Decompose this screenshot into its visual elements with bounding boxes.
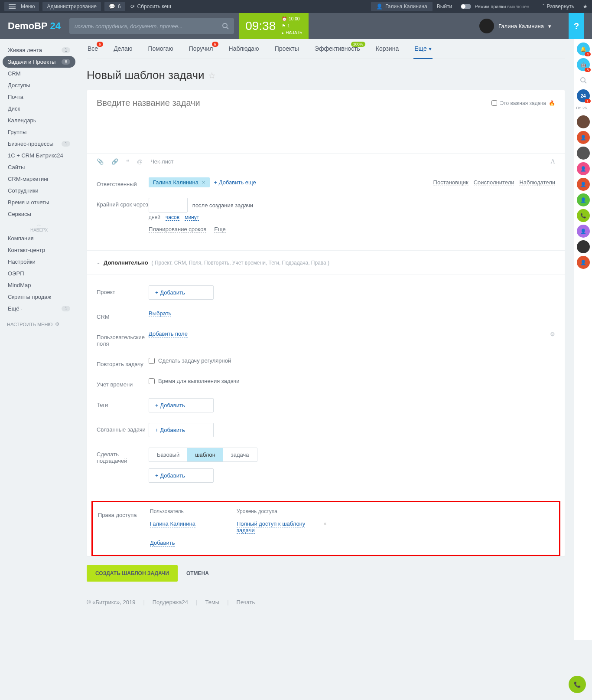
tab[interactable]: Поручил6 bbox=[188, 45, 214, 59]
quote-icon[interactable]: ❝ bbox=[126, 158, 129, 165]
contact-icon[interactable]: 👤 bbox=[577, 256, 590, 269]
plan-link[interactable]: Планирование сроков bbox=[149, 226, 206, 233]
notif-icon[interactable]: 🔔4 bbox=[577, 43, 590, 56]
tab[interactable]: Еще ▾ bbox=[413, 45, 432, 59]
project-add[interactable]: + Добавить bbox=[149, 285, 214, 300]
android-icon[interactable]: 🤖8 bbox=[577, 58, 590, 71]
support-link[interactable]: Поддержка24 bbox=[153, 599, 188, 605]
role-link[interactable]: Постановщик bbox=[433, 179, 468, 186]
sidebar-item[interactable]: Диск bbox=[3, 103, 75, 114]
sidebar-item[interactable]: Ещё ·1 bbox=[3, 303, 75, 314]
segment-option[interactable]: шаблон bbox=[187, 448, 223, 461]
scroll-up[interactable]: ︿НАВЕРХ bbox=[3, 222, 75, 232]
tab[interactable]: Все6 bbox=[87, 45, 99, 59]
segment-option[interactable]: задача bbox=[223, 448, 257, 461]
linked-add[interactable]: + Добавить bbox=[149, 423, 214, 437]
sidebar-item[interactable]: CRM bbox=[3, 68, 75, 79]
timetrack-checkbox[interactable]: Время для выполнения задачи bbox=[149, 378, 555, 384]
unit-option[interactable]: минут bbox=[185, 214, 199, 221]
sidebar-item[interactable]: Календарь bbox=[3, 114, 75, 126]
search-icon[interactable] bbox=[577, 74, 590, 87]
sidebar-item[interactable]: Контакт-центр bbox=[3, 244, 75, 256]
tab[interactable]: Помогаю bbox=[147, 45, 174, 59]
subtask-segment[interactable]: Базовыйшаблонзадача bbox=[149, 448, 257, 462]
b24-icon[interactable]: 241 bbox=[577, 89, 590, 102]
unit-option[interactable]: дней bbox=[149, 214, 160, 221]
sidebar-item[interactable]: Задачи и Проекты6 bbox=[3, 56, 75, 68]
sidebar-item[interactable]: Сайты bbox=[3, 161, 75, 173]
attach-icon[interactable]: 📎 bbox=[97, 158, 104, 165]
reset-cache[interactable]: ⟳Сбросить кеш bbox=[130, 3, 171, 10]
sidebar-item[interactable]: Доступы bbox=[3, 79, 75, 91]
rights-level[interactable]: Полный доступ к шаблону задачи bbox=[237, 520, 305, 534]
tab[interactable]: Делаю bbox=[113, 45, 133, 59]
sidebar-item[interactable]: Скрипты продаж bbox=[3, 291, 75, 303]
sidebar-item[interactable]: CRM-маркетинг bbox=[3, 173, 75, 185]
important-checkbox[interactable] bbox=[491, 100, 497, 106]
contact-icon[interactable] bbox=[577, 147, 590, 160]
mention-icon[interactable]: @ bbox=[137, 158, 143, 165]
themes-link[interactable]: Темы bbox=[205, 599, 219, 605]
sidebar-item[interactable]: Сервисы bbox=[3, 208, 75, 220]
contact-icon[interactable] bbox=[577, 115, 590, 128]
sidebar-item[interactable]: MindMap bbox=[3, 279, 75, 291]
create-button[interactable]: СОЗДАТЬ ШАБЛОН ЗАДАЧИ bbox=[87, 565, 178, 582]
checklist-button[interactable]: Чек-лист bbox=[150, 158, 173, 165]
sidebar-settings[interactable]: НАСТРОИТЬ МЕНЮ ⚙ bbox=[7, 321, 75, 327]
search-input[interactable]: искать сотрудника, документ, прочее... bbox=[69, 18, 234, 34]
link-icon[interactable]: 🔗 bbox=[111, 158, 118, 165]
tab[interactable]: Эффективность100% bbox=[314, 45, 361, 59]
contact-icon[interactable]: 👤 bbox=[577, 225, 590, 238]
messages-button[interactable]: 💬6 bbox=[104, 2, 125, 11]
unit-option[interactable]: часов bbox=[166, 214, 179, 221]
print-link[interactable]: Печать bbox=[237, 599, 255, 605]
userfield-add[interactable]: Добавить поле bbox=[149, 330, 188, 337]
tab[interactable]: Корзина bbox=[375, 45, 400, 59]
task-body-editor[interactable] bbox=[87, 110, 565, 153]
rights-add[interactable]: Добавить bbox=[150, 540, 175, 546]
contact-icon[interactable] bbox=[577, 240, 590, 253]
topbar-user[interactable]: 👤Галина Калинина bbox=[371, 2, 433, 11]
crm-select[interactable]: Выбрать bbox=[149, 310, 171, 317]
contact-icon[interactable]: 📞 bbox=[577, 209, 590, 222]
segment-option[interactable]: Базовый bbox=[149, 448, 187, 461]
subtask-add[interactable]: + Добавить bbox=[149, 468, 214, 483]
contact-icon[interactable]: 👤 bbox=[577, 131, 590, 144]
plan-link[interactable]: Еще bbox=[214, 226, 225, 233]
sidebar-item[interactable]: Группы bbox=[3, 126, 75, 138]
header-user[interactable]: Галина Калинина ▾ bbox=[479, 19, 551, 33]
contact-icon[interactable]: 👤 bbox=[577, 162, 590, 175]
additional-toggle[interactable]: ⌄ Дополнительно ( Проект, CRM, Поля, Пов… bbox=[87, 253, 565, 272]
sidebar-item[interactable]: Компания bbox=[3, 232, 75, 244]
sidebar-item[interactable]: Почта bbox=[3, 91, 75, 103]
expand-button[interactable]: ˅Развернуть bbox=[542, 3, 574, 10]
repeat-checkbox[interactable]: Сделать задачу регулярной bbox=[149, 357, 555, 364]
tab[interactable]: Наблюдаю bbox=[228, 45, 260, 59]
role-link[interactable]: Соисполнители bbox=[474, 179, 514, 186]
role-link[interactable]: Наблюдатели bbox=[519, 179, 555, 186]
sidebar-item[interactable]: Живая лента1 bbox=[3, 44, 75, 56]
cancel-button[interactable]: ОТМЕНА bbox=[186, 570, 209, 576]
contact-icon[interactable]: 👤 bbox=[577, 193, 590, 206]
clock-widget[interactable]: 09:38 ⏰10:00 ⚑1 ▸НАЧАТЬ bbox=[239, 13, 309, 39]
task-title-input[interactable] bbox=[97, 98, 491, 108]
sidebar-item[interactable]: Настройки bbox=[3, 256, 75, 268]
edit-mode-toggle[interactable]: Режим правки выключен bbox=[461, 4, 529, 9]
gear-icon[interactable]: ⚙ bbox=[550, 331, 555, 337]
rights-user[interactable]: Галина Калинина bbox=[150, 520, 195, 527]
logout-link[interactable]: Выйти bbox=[437, 3, 452, 10]
remove-tag-icon[interactable]: × bbox=[202, 179, 205, 186]
help-button[interactable]: ? bbox=[569, 13, 584, 39]
sidebar-item[interactable]: 1С + CRM Битрикс24 bbox=[3, 150, 75, 161]
contact-icon[interactable]: 👤 bbox=[577, 178, 590, 191]
responsible-tag[interactable]: Галина Калинина× bbox=[149, 177, 210, 187]
admin-button[interactable]: Администрирование bbox=[42, 2, 101, 11]
text-format-icon[interactable]: A bbox=[550, 158, 555, 165]
rights-remove-icon[interactable]: × bbox=[323, 520, 336, 533]
deadline-input[interactable] bbox=[149, 198, 188, 213]
tab[interactable]: Проекты bbox=[274, 45, 300, 59]
sidebar-item[interactable]: Сотрудники bbox=[3, 185, 75, 196]
favorite-icon[interactable]: ★ bbox=[583, 3, 588, 10]
sidebar-item[interactable]: ОЭРП bbox=[3, 268, 75, 279]
star-icon[interactable]: ☆ bbox=[208, 70, 216, 81]
